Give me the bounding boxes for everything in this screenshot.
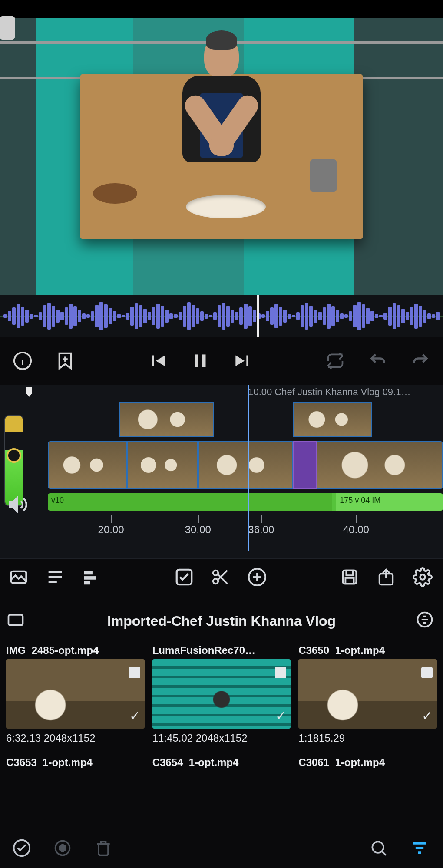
video-preview[interactable] — [0, 0, 443, 295]
select-box-icon[interactable] — [275, 667, 286, 678]
svg-point-31 — [60, 845, 66, 851]
waveform-playhead[interactable] — [257, 295, 259, 337]
ruler-label: 36.00 — [248, 524, 274, 536]
media-filename: IMG_2485-opt.mp4 — [6, 644, 145, 657]
ruler-label: 20.00 — [98, 524, 124, 536]
filter-icon[interactable] — [410, 838, 431, 859]
media-meta: 1:1815.29 — [298, 732, 437, 744]
media-meta: 11:45.02 2048x1152 — [152, 732, 291, 744]
timeline-marker[interactable] — [26, 387, 32, 397]
media-filename: LumaFusionRec70… — [152, 644, 291, 657]
folder-icon[interactable] — [6, 610, 28, 632]
save-tool-icon[interactable] — [340, 567, 361, 589]
ruler-label: 40.00 — [343, 524, 369, 536]
pause-button[interactable] — [188, 349, 212, 373]
settings-tool-icon[interactable] — [413, 567, 434, 589]
list-tool-icon[interactable] — [45, 567, 67, 589]
bookmark-add-icon[interactable] — [53, 349, 77, 373]
speaker-icon[interactable] — [7, 494, 28, 515]
align-tool-icon[interactable] — [82, 567, 103, 589]
media-browser: Imported-Chef Justin Khanna Vlog IMG_248… — [0, 597, 443, 772]
sort-icon[interactable] — [415, 610, 437, 632]
loop-icon[interactable] — [323, 349, 347, 373]
media-item[interactable]: IMG_2485-opt.mp4✓6:32.13 2048x1152 — [6, 644, 145, 744]
select-box-icon[interactable] — [129, 667, 140, 678]
svg-rect-32 — [99, 844, 108, 855]
svg-rect-12 — [84, 576, 96, 580]
svg-rect-5 — [195, 354, 198, 367]
vu-meter[interactable] — [4, 415, 23, 506]
trash-icon[interactable] — [94, 838, 115, 859]
info-icon[interactable] — [10, 349, 35, 373]
add-tool-icon[interactable] — [247, 567, 269, 589]
undo-button[interactable] — [366, 349, 390, 373]
audio-seg-label: 175 v 04 IM — [336, 493, 443, 508]
cut-tool-icon[interactable] — [211, 567, 232, 589]
svg-rect-27 — [9, 615, 23, 625]
select-box-icon[interactable] — [421, 667, 433, 678]
media-filename[interactable]: C3653_1-opt.mp4 — [6, 753, 145, 772]
transport-bar — [0, 337, 443, 385]
check-icon: ✓ — [129, 708, 140, 723]
image-tool-icon[interactable] — [9, 567, 30, 589]
export-tool-icon[interactable] — [376, 567, 398, 589]
check-icon: ✓ — [275, 708, 286, 723]
browser-title: Imported-Chef Justin Khanna Vlog — [107, 613, 336, 629]
media-filename[interactable]: C3061_1-opt.mp4 — [298, 753, 437, 772]
media-meta: 6:32.13 2048x1152 — [6, 732, 145, 744]
checkbox-tool-icon[interactable] — [174, 567, 196, 589]
svg-rect-23 — [346, 571, 353, 576]
skip-previous-button[interactable] — [145, 349, 170, 373]
svg-rect-24 — [345, 578, 354, 584]
svg-rect-11 — [84, 571, 93, 575]
search-icon[interactable] — [369, 838, 390, 859]
timeline[interactable]: 10.00 Chef Justin Khanna Vlog 09.1… v10 … — [0, 385, 443, 558]
overlay-track[interactable] — [48, 402, 443, 437]
select-all-icon[interactable] — [12, 838, 33, 859]
svg-point-33 — [372, 842, 383, 853]
svg-point-26 — [420, 574, 425, 580]
main-video-track[interactable] — [48, 441, 443, 489]
check-icon: ✓ — [422, 708, 433, 723]
bottom-bar — [0, 830, 443, 868]
svg-rect-6 — [202, 354, 205, 367]
audio-track[interactable]: v10 175 v 04 IM — [48, 493, 443, 511]
clip-info-label: 10.00 Chef Justin Khanna Vlog 09.1… — [248, 386, 410, 398]
tool-row — [0, 558, 443, 597]
media-item[interactable]: LumaFusionRec70…✓11:45.02 2048x1152 — [152, 644, 291, 744]
record-icon[interactable] — [53, 838, 74, 859]
svg-line-34 — [382, 851, 386, 855]
media-filename[interactable]: C3654_1-opt.mp4 — [152, 753, 291, 772]
timeline-playhead[interactable] — [248, 385, 249, 551]
media-filename: C3650_1-opt.mp4 — [298, 644, 437, 657]
skip-next-button[interactable] — [231, 349, 255, 373]
ruler-label: 30.00 — [185, 524, 211, 536]
redo-button[interactable] — [408, 349, 433, 373]
audio-waveform[interactable] — [0, 295, 443, 337]
audio-seg-label: v10 — [48, 493, 332, 508]
svg-rect-13 — [84, 581, 90, 585]
media-item[interactable]: C3650_1-opt.mp4✓1:1815.29 — [298, 644, 437, 744]
time-ruler[interactable]: 20.0030.0036.0040.00 — [48, 515, 443, 545]
